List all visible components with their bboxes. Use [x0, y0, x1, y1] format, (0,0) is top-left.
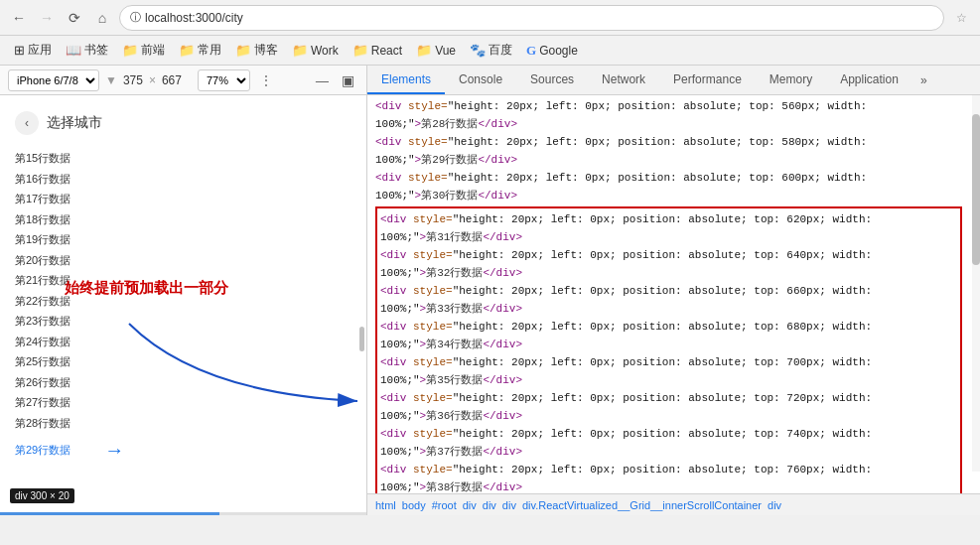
bookmark-react-label: React [371, 44, 402, 58]
back-city-button[interactable]: ‹ [15, 111, 39, 135]
code-line: <div style="height: 20px; left: 0px; pos… [380, 210, 957, 228]
bookmark-baidu-label: 百度 [489, 42, 512, 59]
devtools-tabs: Elements Console Sources Network Perform… [367, 66, 980, 95]
progress-bar [0, 512, 366, 515]
devtools-more-button[interactable]: » [912, 66, 935, 94]
code-line: 100%;">第34行数据</div> [380, 336, 957, 353]
devtools-right: Elements Console Sources Network Perform… [367, 66, 980, 515]
bookmark-baidu[interactable]: 🐾 百度 [464, 39, 518, 62]
breadcrumb-root[interactable]: #root [432, 499, 457, 511]
folder-icon-5: 📁 [352, 43, 368, 58]
code-line: 100%;">第31行数据</div> [380, 228, 957, 246]
device-select[interactable]: iPhone 6/7/8 [8, 69, 99, 91]
code-line: <div style="height: 20px; left: 0px; pos… [380, 318, 957, 336]
bookmark-common[interactable]: 📁 常用 [173, 39, 227, 62]
list-item: 第15行数据 [10, 148, 356, 169]
bookmark-frontend-label: 前端 [141, 42, 165, 59]
bookmark-bookmarks-label: 书签 [84, 42, 108, 59]
breadcrumb-div-1[interactable]: div [463, 499, 477, 511]
code-line: <div style="height: 20px; left: 0px; pos… [375, 169, 962, 187]
viewport-more-icon[interactable]: ⋮ [260, 73, 272, 87]
code-line: 100%;">第36行数据</div> [380, 407, 957, 425]
bookmark-google-label: Google [539, 44, 578, 58]
bookmark-bookmarks[interactable]: 📖 书签 [60, 39, 114, 62]
viewport-width: 375 [123, 73, 143, 87]
breadcrumb-div-3[interactable]: div [502, 499, 516, 511]
bookmark-blog-label: 博客 [254, 42, 278, 59]
code-line: <div style="height: 20px; left: 0px; pos… [375, 97, 962, 115]
forward-button[interactable]: → [36, 7, 58, 29]
code-line: 100%;">第35行数据</div> [380, 371, 957, 389]
bookmarks-bar: ⊞ 应用 📖 书签 📁 前端 📁 常用 📁 博客 📁 Work 📁 React … [0, 36, 980, 66]
code-line: 100%;">第30行数据</div> [375, 187, 962, 204]
devtools-scrollbar-thumb [972, 114, 980, 265]
phone-scrollbar-thumb [359, 327, 364, 351]
code-line: <div style="height: 20px; left: 0px; pos… [380, 425, 957, 443]
list-item: 第18行数据 [10, 209, 356, 230]
bookmark-vue-label: Vue [435, 44, 456, 58]
code-line: 100%;">第28行数据</div> [375, 115, 962, 133]
tab-console[interactable]: Console [445, 66, 516, 94]
bookmark-react[interactable]: 📁 React [347, 40, 408, 61]
cursor-icon-btn[interactable]: ⸻ [311, 69, 333, 91]
city-list: 第15行数据 第16行数据 第17行数据 第18行数据 第19行数据 第20行数… [0, 148, 366, 467]
code-line: 100%;">第38行数据</div> [380, 478, 957, 493]
code-line: <div style="height: 20px; left: 0px; pos… [380, 246, 957, 264]
breadcrumb-bar: html body #root div div div div.ReactVir… [367, 493, 980, 515]
breadcrumb-body[interactable]: body [402, 499, 426, 511]
google-icon: G [526, 43, 536, 59]
back-button[interactable]: ← [8, 7, 30, 29]
tab-sources[interactable]: Sources [516, 66, 588, 94]
list-item: 第16行数据 [10, 169, 356, 190]
code-area: <div style="height: 20px; left: 0px; pos… [367, 95, 970, 493]
breadcrumb-react-grid[interactable]: div.ReactVirtualized__Grid__innerScrollC… [522, 499, 762, 511]
list-item-arrow: 第29行数据 → [10, 433, 356, 467]
address-bar[interactable]: ⓘ localhost:3000/city [119, 5, 944, 31]
bookmark-work[interactable]: 📁 Work [286, 40, 345, 61]
code-line: <div style="height: 20px; left: 0px; pos… [380, 389, 957, 407]
highlight-box: <div style="height: 20px; left: 0px; pos… [375, 206, 962, 493]
progress-fill [0, 512, 219, 515]
tab-network[interactable]: Network [588, 66, 659, 94]
devtools-scrollbar[interactable] [972, 95, 980, 472]
tab-performance[interactable]: Performance [659, 66, 756, 94]
bookmark-google[interactable]: G Google [520, 40, 584, 62]
bookmark-common-label: 常用 [198, 42, 221, 59]
breadcrumb-div-4[interactable]: div [768, 499, 781, 511]
phone-panel: iPhone 6/7/8 ▼ 375 × 667 77% ⋮ ⸻ ▣ ‹ 选择城… [0, 66, 367, 515]
zoom-select[interactable]: 77% [198, 69, 250, 91]
annotation-arrow [119, 314, 366, 416]
bookmark-blog[interactable]: 📁 博客 [229, 39, 284, 62]
bookmark-apps[interactable]: ⊞ 应用 [8, 39, 58, 62]
bookmark-star-button[interactable]: ☆ [950, 7, 972, 29]
annotation-area: 始终提前预加载出一部分 [65, 279, 228, 298]
inspect-icon-btn[interactable]: ▣ [337, 69, 358, 91]
phone-scrollbar[interactable] [359, 95, 364, 515]
code-line: <div style="height: 20px; left: 0px; pos… [380, 353, 957, 371]
code-scroll-area[interactable]: <div style="height: 20px; left: 0px; pos… [367, 95, 980, 493]
div-tooltip: div 300 × 20 [10, 488, 74, 503]
main-area: iPhone 6/7/8 ▼ 375 × 667 77% ⋮ ⸻ ▣ ‹ 选择城… [0, 66, 980, 515]
bookmark-vue[interactable]: 📁 Vue [410, 40, 462, 61]
breadcrumb-html[interactable]: html [375, 499, 396, 511]
bookmark-frontend[interactable]: 📁 前端 [116, 39, 171, 62]
tab-application[interactable]: Application [826, 66, 912, 94]
devtools-content: <div style="height: 20px; left: 0px; pos… [367, 95, 980, 493]
viewport-height: 667 [162, 73, 182, 87]
code-line: <div style="height: 20px; left: 0px; pos… [375, 133, 962, 151]
home-button[interactable]: ⌂ [91, 7, 113, 29]
tab-elements[interactable]: Elements [367, 66, 445, 94]
viewport-separator-1: ▼ [105, 73, 117, 87]
baidu-icon: 🐾 [470, 43, 486, 58]
city-header: ‹ 选择城市 [0, 103, 366, 143]
folder-icon-6: 📁 [416, 43, 432, 58]
nav-bar: ← → ⟳ ⌂ ⓘ localhost:3000/city ☆ [0, 0, 980, 36]
folder-icon-1: 📁 [122, 43, 138, 58]
code-line: 100%;">第29行数据</div> [375, 151, 962, 169]
tab-memory[interactable]: Memory [756, 66, 826, 94]
code-line: <div style="height: 20px; left: 0px; pos… [380, 282, 957, 300]
list-item: 第20行数据 [10, 250, 356, 271]
url-text: localhost:3000/city [145, 11, 243, 25]
reload-button[interactable]: ⟳ [64, 7, 85, 29]
breadcrumb-div-2[interactable]: div [483, 499, 496, 511]
